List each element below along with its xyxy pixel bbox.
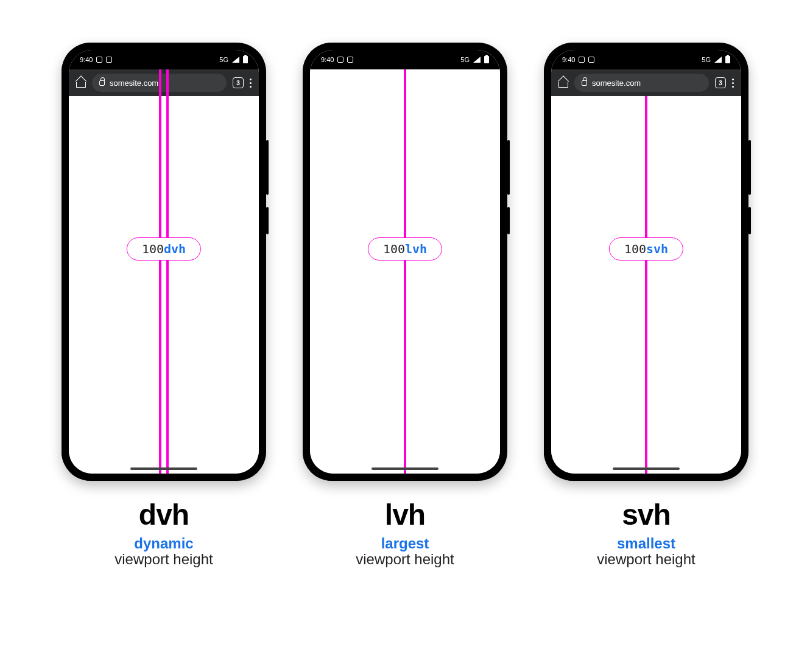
caption-accent: largest <box>356 535 454 552</box>
volume-button <box>266 140 269 195</box>
status-bar: 9:40 5G <box>310 50 500 69</box>
network-label: 5G <box>219 56 228 63</box>
browser-url-bar: somesite.com 3 <box>69 69 259 96</box>
page-viewport <box>310 69 500 474</box>
phone-screen: 9:40 5G somesite.com <box>69 50 259 474</box>
unit-pill: 100lvh <box>368 237 442 261</box>
caption: lvh largest viewport height <box>356 498 454 568</box>
status-clock: 9:40 <box>80 56 93 63</box>
volume-button <box>507 140 510 195</box>
signal-icon <box>714 57 722 63</box>
phone-screen: 9:40 5G 100lvh <box>310 50 500 474</box>
phone-column-dvh: 9:40 5G somesite.com <box>62 43 266 568</box>
network-label: 5G <box>460 56 470 63</box>
phone-frame: 9:40 5G 100lvh <box>303 43 507 481</box>
battery-icon <box>484 56 489 63</box>
phone-screen: 9:40 5G somesite.com <box>551 50 741 474</box>
home-indicator <box>372 467 438 470</box>
pill-number: 100 <box>142 242 164 256</box>
measure-line <box>404 69 406 474</box>
measure-line <box>645 96 647 474</box>
tab-switcher-button[interactable]: 3 <box>715 77 726 88</box>
caption-subtext: viewport height <box>356 551 454 568</box>
caption-accent: dynamic <box>114 535 213 552</box>
sim-icon <box>96 57 102 63</box>
status-clock: 9:40 <box>321 56 334 63</box>
page-viewport <box>69 96 259 474</box>
overflow-menu-icon[interactable] <box>732 79 734 88</box>
status-bar: 9:40 5G <box>69 50 259 69</box>
caption: svh smallest viewport height <box>597 498 695 568</box>
caption-subtext: viewport height <box>597 551 695 568</box>
signal-icon <box>232 57 239 63</box>
home-indicator <box>613 467 680 470</box>
camera-hole <box>160 55 168 64</box>
signal-icon <box>473 57 481 63</box>
measure-line <box>159 69 161 474</box>
phone-column-svh: 9:40 5G somesite.com <box>544 43 748 568</box>
power-button <box>748 207 751 234</box>
phone-column-lvh: 9:40 5G 100lvh <box>303 43 507 568</box>
url-field[interactable]: somesite.com <box>574 74 709 92</box>
home-icon[interactable] <box>76 79 86 87</box>
measure-line <box>166 69 169 474</box>
caption-accent: smallest <box>597 535 695 552</box>
status-icon <box>106 57 112 63</box>
camera-hole <box>401 55 409 64</box>
battery-icon <box>725 56 730 63</box>
pill-unit: dvh <box>164 242 186 256</box>
home-icon[interactable] <box>558 79 568 87</box>
battery-icon <box>243 56 248 63</box>
lock-icon <box>582 80 587 86</box>
status-icon <box>588 57 594 63</box>
power-button <box>266 207 269 234</box>
caption-unit: lvh <box>356 498 454 531</box>
tab-switcher-button[interactable]: 3 <box>233 77 244 88</box>
caption-subtext: viewport height <box>114 551 213 568</box>
status-clock: 9:40 <box>562 56 575 63</box>
sim-icon <box>337 57 343 63</box>
unit-pill: 100dvh <box>127 237 201 261</box>
url-text: somesite.com <box>592 79 641 88</box>
url-text: somesite.com <box>110 79 158 88</box>
status-bar: 9:40 5G <box>551 50 741 69</box>
pill-number: 100 <box>383 242 405 256</box>
power-button <box>507 207 510 234</box>
lock-icon <box>99 80 105 86</box>
browser-url-bar: somesite.com 3 <box>551 69 741 96</box>
phone-frame: 9:40 5G somesite.com <box>62 43 266 481</box>
sim-icon <box>579 57 585 63</box>
status-icon <box>347 57 353 63</box>
pill-number: 100 <box>624 242 646 256</box>
network-label: 5G <box>702 56 711 63</box>
unit-pill: 100svh <box>609 237 683 261</box>
caption: dvh dynamic viewport height <box>114 498 213 568</box>
caption-unit: dvh <box>114 498 213 531</box>
volume-button <box>748 140 751 195</box>
camera-hole <box>642 55 650 64</box>
caption-unit: svh <box>597 498 695 531</box>
phone-frame: 9:40 5G somesite.com <box>544 43 748 481</box>
overflow-menu-icon[interactable] <box>250 79 252 88</box>
pill-unit: svh <box>646 242 668 256</box>
pill-unit: lvh <box>405 242 427 256</box>
home-indicator <box>130 467 197 470</box>
